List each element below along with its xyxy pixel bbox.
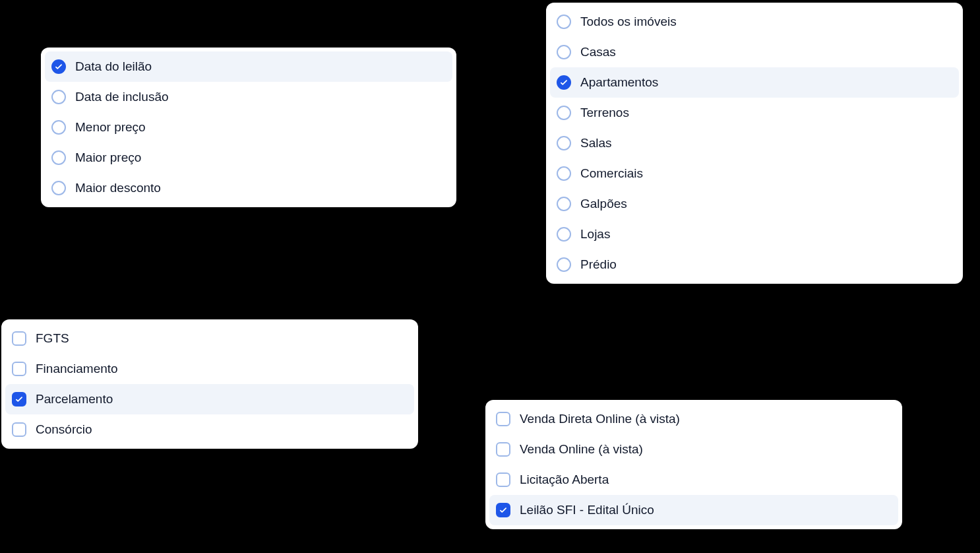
property-option-label: Apartamentos <box>580 75 658 90</box>
property-option-label: Casas <box>580 45 616 59</box>
payment-option[interactable]: Financiamento <box>5 354 414 384</box>
checkbox-icon <box>496 503 510 517</box>
property-option-label: Todos os imóveis <box>580 15 677 29</box>
sort-option-label: Menor preço <box>75 120 146 135</box>
sale-option[interactable]: Venda Online (à vista) <box>489 434 898 465</box>
sort-option[interactable]: Menor preço <box>45 112 452 143</box>
property-option[interactable]: Lojas <box>550 219 959 249</box>
property-option-label: Comerciais <box>580 166 643 181</box>
radio-icon <box>51 90 66 104</box>
checkbox-icon <box>496 412 510 426</box>
checkbox-icon <box>12 331 26 346</box>
payment-option-label: Parcelamento <box>36 392 113 407</box>
sort-option-label: Data de inclusão <box>75 90 169 104</box>
sort-option-label: Data do leilão <box>75 59 152 74</box>
property-option[interactable]: Galpões <box>550 189 959 219</box>
sale-panel: Venda Direta Online (à vista)Venda Onlin… <box>485 400 902 529</box>
sort-option-label: Maior preço <box>75 150 141 165</box>
property-option-label: Terrenos <box>580 106 629 120</box>
radio-icon <box>51 120 66 135</box>
radio-icon <box>557 197 571 211</box>
sort-panel: Data do leilãoData de inclusãoMenor preç… <box>41 48 456 207</box>
radio-icon <box>557 257 571 272</box>
radio-icon <box>51 150 66 165</box>
sort-option[interactable]: Data de inclusão <box>45 82 452 112</box>
checkbox-icon <box>12 362 26 376</box>
property-option[interactable]: Apartamentos <box>550 67 959 98</box>
checkbox-icon <box>496 472 510 487</box>
property-option[interactable]: Comerciais <box>550 158 959 189</box>
radio-icon <box>51 59 66 74</box>
sort-option[interactable]: Maior preço <box>45 143 452 173</box>
property-option[interactable]: Terrenos <box>550 98 959 128</box>
radio-icon <box>557 75 571 90</box>
property-option-label: Lojas <box>580 227 610 242</box>
property-option[interactable]: Todos os imóveis <box>550 7 959 37</box>
sort-option[interactable]: Data do leilão <box>45 51 452 82</box>
sale-option-label: Venda Online (à vista) <box>520 442 643 457</box>
checkbox-icon <box>12 392 26 407</box>
payment-panel: FGTSFinanciamentoParcelamentoConsórcio <box>1 319 418 449</box>
sort-option[interactable]: Maior desconto <box>45 173 452 203</box>
sale-option[interactable]: Leilão SFI - Edital Único <box>489 495 898 525</box>
radio-icon <box>557 106 571 120</box>
radio-icon <box>557 45 571 59</box>
property-option[interactable]: Casas <box>550 37 959 67</box>
property-option-label: Salas <box>580 136 612 150</box>
payment-option-label: Financiamento <box>36 362 118 376</box>
checkbox-icon <box>12 422 26 437</box>
property-option[interactable]: Salas <box>550 128 959 158</box>
payment-option[interactable]: Consórcio <box>5 414 414 445</box>
sale-option-label: Licitação Aberta <box>520 472 609 487</box>
checkbox-icon <box>496 442 510 457</box>
payment-option-label: Consórcio <box>36 422 92 437</box>
sale-option-label: Leilão SFI - Edital Único <box>520 503 654 517</box>
property-option-label: Prédio <box>580 257 617 272</box>
property-option[interactable]: Prédio <box>550 249 959 280</box>
payment-option-label: FGTS <box>36 331 69 346</box>
sort-option-label: Maior desconto <box>75 181 161 195</box>
property-panel: Todos os imóveisCasasApartamentosTerreno… <box>546 3 963 284</box>
payment-option[interactable]: FGTS <box>5 323 414 354</box>
sale-option[interactable]: Venda Direta Online (à vista) <box>489 404 898 434</box>
radio-icon <box>557 136 571 150</box>
sale-option[interactable]: Licitação Aberta <box>489 465 898 495</box>
radio-icon <box>557 166 571 181</box>
payment-option[interactable]: Parcelamento <box>5 384 414 414</box>
radio-icon <box>557 227 571 242</box>
property-option-label: Galpões <box>580 197 627 211</box>
sale-option-label: Venda Direta Online (à vista) <box>520 412 680 426</box>
radio-icon <box>51 181 66 195</box>
radio-icon <box>557 15 571 29</box>
